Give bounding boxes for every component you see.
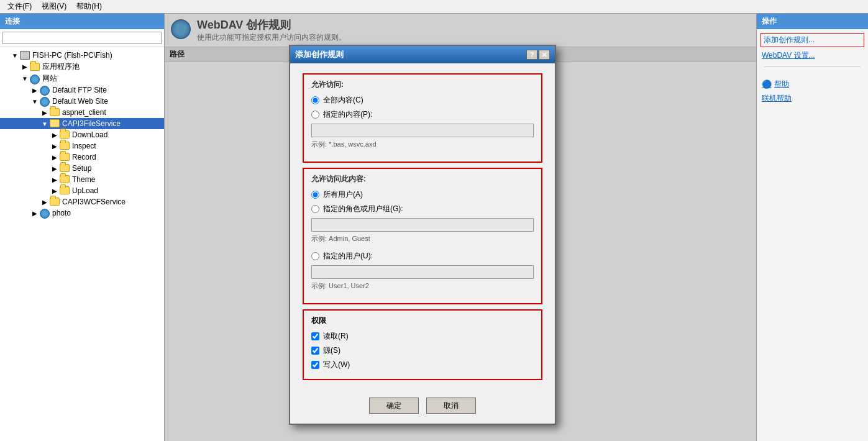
tree-node-record[interactable]: ▶ Record [0, 152, 164, 163]
tree-node-upload[interactable]: ▶ UpLoad [0, 185, 164, 196]
folder-icon-aspnet [50, 108, 61, 118]
dialog-close-btn[interactable]: ✕ [539, 50, 550, 60]
radio-specific-user-input[interactable] [311, 252, 319, 260]
specific-content-input[interactable] [311, 124, 534, 137]
folder-icon-apppool [30, 63, 41, 73]
expand-apppool[interactable]: ▶ [20, 63, 30, 70]
radio-all-input[interactable] [311, 96, 319, 104]
expand-theme[interactable]: ▶ [50, 176, 60, 183]
allow-users-title: 允许访问此内容: [311, 174, 534, 184]
webdav-settings-link[interactable]: WebDAV 设置... [761, 50, 864, 61]
tree-node-photo[interactable]: ▶ photo [0, 207, 164, 219]
globe-icon-ftp [40, 86, 51, 96]
left-panel: 连接 ▼ FISH-PC (Fish-PC\Fish) ▶ [0, 14, 165, 441]
computer-icon [20, 51, 31, 61]
expand-capi3[interactable]: ▼ [40, 120, 50, 127]
menu-help[interactable]: 帮助(H) [71, 0, 107, 13]
tree-area: ▼ FISH-PC (Fish-PC\Fish) ▶ 应用程序池 [0, 47, 164, 441]
radio-all-content: 全部内容(C) [311, 95, 534, 106]
user-hint: 示例: User1, User2 [311, 281, 534, 291]
folder-icon-capi3wcf [50, 198, 61, 207]
tree-node-setup[interactable]: ▶ Setup [0, 163, 164, 174]
add-rule-link[interactable]: 添加创作规则... [761, 33, 864, 47]
dialog-help-btn[interactable]: ? [526, 50, 537, 60]
tree-node-defaultweb[interactable]: ▼ Default Web Site [0, 96, 164, 107]
tree-node-ftp[interactable]: ▶ Default FTP Site [0, 84, 164, 96]
expand-photo[interactable]: ▶ [30, 210, 40, 217]
expand-inspect[interactable]: ▶ [50, 143, 60, 150]
dialog-footer: 确定 取消 [290, 390, 555, 424]
menu-file[interactable]: 文件(F) [2, 0, 37, 13]
folder-icon-setup [60, 164, 71, 174]
checkbox-write-input[interactable] [311, 361, 319, 369]
tree-label-inspect: Inspect [72, 142, 96, 150]
connection-search-input[interactable] [2, 32, 162, 44]
tree-node-download[interactable]: ▶ DownLoad [0, 129, 164, 140]
allow-users-section: 允许访问此内容: 所有用户(A) 指定的角色或用户组(G): 示例: Admin… [303, 168, 542, 304]
checkbox-write-label: 写入(W) [323, 360, 350, 370]
actions-section-label [761, 72, 864, 76]
expand-capi3wcf[interactable]: ▶ [40, 199, 50, 206]
tree-label-aspnet: aspnet_client [62, 108, 106, 117]
folder-icon-theme [60, 175, 71, 185]
user-input[interactable] [311, 265, 534, 279]
expand-download[interactable]: ▶ [50, 132, 60, 139]
expand-defaultweb[interactable]: ▼ [30, 98, 40, 105]
main-layout: 连接 ▼ FISH-PC (Fish-PC\Fish) ▶ [0, 14, 868, 441]
tree-node-apppool[interactable]: ▶ 应用程序池 [0, 61, 164, 73]
globe-icon-photo [40, 209, 51, 219]
checkbox-source: 源(S) [311, 345, 534, 356]
ok-button[interactable]: 确定 [369, 398, 419, 414]
tree-node-root[interactable]: ▼ FISH-PC (Fish-PC\Fish) [0, 50, 164, 61]
folder-icon-inspect [60, 142, 71, 152]
tree-node-inspect[interactable]: ▶ Inspect [0, 140, 164, 152]
tree-node-capi3[interactable]: ▼ CAPI3FileService [0, 118, 164, 129]
right-actions: 添加创作规则... WebDAV 设置... 🔵 帮助 联机帮助 [757, 29, 868, 108]
expand-root[interactable]: ▼ [10, 52, 20, 59]
tree-node-capi3wcf[interactable]: ▶ CAPI3WCFService [0, 196, 164, 207]
folder-icon-upload [60, 186, 71, 196]
checkbox-read-input[interactable] [311, 332, 319, 340]
expand-aspnet[interactable]: ▶ [40, 109, 50, 116]
expand-upload[interactable]: ▶ [50, 188, 60, 194]
cancel-button[interactable]: 取消 [426, 398, 476, 414]
online-help-link[interactable]: 联机帮助 [761, 93, 864, 104]
roles-input[interactable] [311, 218, 534, 232]
folder-icon-record [60, 153, 71, 163]
allow-access-section: 允许访问: 全部内容(C) 指定的内容(P): 示例: *.bas, wsvc.… [303, 73, 542, 163]
middle-panel: WebDAV 创作规则 使用此功能可指定授权用户访问内容的规则。 路径 用户 添… [165, 14, 756, 441]
help-link[interactable]: 🔵 帮助 [761, 78, 864, 90]
add-rule-titlebar: 添加创作规则 ? ✕ [290, 46, 555, 63]
tree-node-sites[interactable]: ▼ 网站 [0, 73, 164, 84]
radio-specific-label: 指定的内容(P): [323, 109, 372, 120]
radio-all-users-input[interactable] [311, 191, 319, 199]
checkbox-source-label: 源(S) [323, 345, 340, 356]
radio-roles-input[interactable] [311, 205, 319, 213]
allow-access-title: 允许访问: [311, 80, 534, 90]
add-rule-dialog: 添加创作规则 ? ✕ 允许访问: 全部内容(C) [289, 45, 556, 425]
right-panel-header: 操作 [757, 14, 868, 29]
tree-label-sites: 网站 [42, 73, 57, 84]
tree-label-root: FISH-PC (Fish-PC\Fish) [32, 51, 112, 60]
globe-icon-defaultweb [40, 97, 51, 107]
tree-node-theme[interactable]: ▶ Theme [0, 174, 164, 185]
checkbox-read-label: 读取(R) [323, 331, 349, 342]
tree-label-capi3wcf: CAPI3WCFService [62, 198, 126, 206]
expand-ftp[interactable]: ▶ [30, 87, 40, 94]
radio-roles-label: 指定的角色或用户组(G): [323, 204, 403, 214]
globe-icon-sites [30, 75, 41, 84]
radio-specific-user-label: 指定的用户(U): [323, 251, 373, 261]
tree-node-aspnet[interactable]: ▶ aspnet_client [0, 107, 164, 118]
tree-label-photo: photo [52, 209, 71, 217]
expand-record[interactable]: ▶ [50, 154, 60, 161]
tree-label-setup: Setup [72, 164, 91, 173]
expand-sites[interactable]: ▼ [20, 75, 30, 82]
radio-specific-input[interactable] [311, 111, 319, 119]
add-rule-body: 允许访问: 全部内容(C) 指定的内容(P): 示例: *.bas, wsvc.… [290, 63, 555, 390]
expand-setup[interactable]: ▶ [50, 165, 60, 172]
tree-label-upload: UpLoad [72, 186, 98, 195]
checkbox-source-input[interactable] [311, 347, 319, 355]
folder-icon-download [60, 130, 71, 140]
menu-view[interactable]: 视图(V) [37, 0, 71, 13]
left-panel-header: 连接 [0, 14, 164, 29]
